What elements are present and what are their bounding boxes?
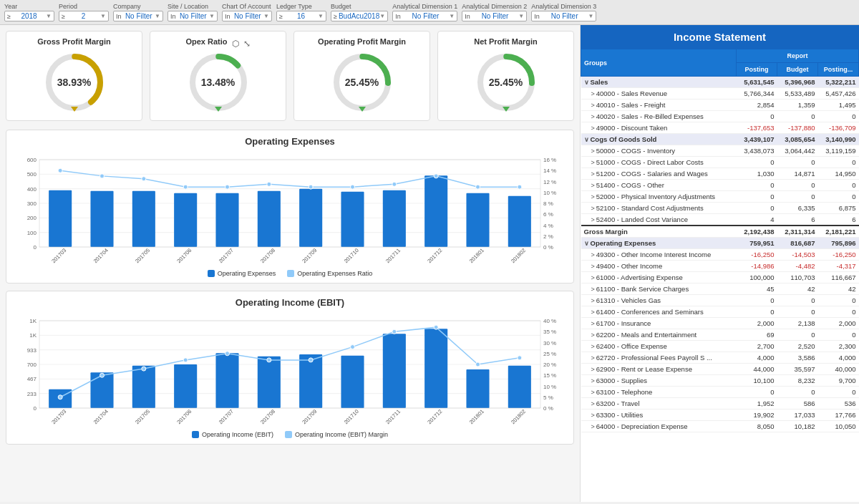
filter-select-3[interactable]: In No Filter ▼ (168, 11, 218, 21)
expand-icon[interactable]: ∨ (584, 240, 589, 247)
is-row-27[interactable]: >63100 - Telephone 0 0 0 (581, 387, 859, 398)
is-cell-c2: 5,396,968 (777, 77, 818, 88)
is-row-29[interactable]: >63300 - Utilities 19,902 17,033 17,766 (581, 410, 859, 421)
expand-icon[interactable]: > (591, 102, 595, 109)
is-row-20[interactable]: >61400 - Conferences and Seminars 0 0 0 (581, 306, 859, 318)
opex-legend-2-label: Operating Expenses Ratio (297, 270, 372, 277)
is-cell-c3: 1,495 (818, 100, 859, 111)
is-cell-c2: 0 (777, 329, 818, 341)
expand-icon[interactable]: > (591, 423, 595, 430)
expand-icon[interactable]: ∨ (584, 136, 589, 143)
expand-icon[interactable]: > (591, 343, 595, 350)
is-row-25[interactable]: >62900 - Rent or Lease Expense 44,000 35… (581, 364, 859, 375)
filter-select-7[interactable]: In No Filter ▼ (392, 11, 457, 21)
is-row-16[interactable]: >49400 - Other Income -14,986 -4,482 -4,… (581, 261, 859, 272)
expand-icon[interactable]: > (591, 274, 595, 281)
expand-icon[interactable]: > (591, 366, 595, 373)
expand-icon[interactable]: > (591, 286, 595, 293)
filter-val-8: No Filter (482, 12, 509, 20)
is-row-1[interactable]: >40000 - Sales Revenue 5,766,344 5,533,4… (581, 88, 859, 100)
is-row-26[interactable]: >63000 - Supplies 10,100 8,232 9,700 (581, 375, 859, 387)
expand-icon[interactable]: > (591, 193, 595, 200)
is-cell-c1: 0 (737, 111, 777, 122)
filter-select-2[interactable]: In No Filter ▼ (113, 11, 163, 21)
filter-label-2: Company (113, 3, 163, 10)
expand-icon[interactable]: > (591, 159, 595, 166)
is-row-18[interactable]: >61100 - Bank Service Charges 45 42 42 (581, 284, 859, 295)
is-row-6[interactable]: >50000 - COGS - Inventory 3,438,073 3,06… (581, 145, 859, 157)
is-row-5[interactable]: ∨Cogs Of Goods Sold 3,439,107 3,085,654 … (581, 134, 859, 145)
is-row-7[interactable]: >51000 - COGS - Direct Labor Costs 0 0 0 (581, 157, 859, 168)
expand-icon[interactable]: > (591, 113, 595, 120)
filter-select-0[interactable]: ≥ 2018 ▼ (4, 11, 54, 21)
svg-rect-44 (424, 175, 447, 247)
is-cell-c3: 14,950 (818, 168, 859, 180)
is-row-15[interactable]: >49300 - Other Income Interest Income -1… (581, 249, 859, 261)
expand-icon[interactable]: > (591, 400, 595, 407)
is-row-10[interactable]: >52000 - Physical Inventory Adjustments … (581, 191, 859, 203)
is-row-22[interactable]: >62200 - Meals and Entertainment 69 0 0 (581, 329, 859, 341)
expand-icon[interactable]: > (591, 320, 595, 327)
is-row-9[interactable]: >51400 - COGS - Other 0 0 0 (581, 180, 859, 191)
is-row-3[interactable]: >40020 - Sales - Re-Billed Expenses 0 0 … (581, 111, 859, 122)
expand-icon[interactable]: ∨ (584, 79, 589, 86)
expand-icon[interactable]: > (591, 125, 595, 132)
expand-icon[interactable]: > (591, 331, 595, 339)
svg-text:201706: 201706 (175, 247, 193, 264)
filter-val-6: BudAcu2018 (339, 12, 379, 20)
expand-icon[interactable]: > (591, 205, 595, 212)
is-row-8[interactable]: >51200 - COGS - Salaries and Wages 1,030… (581, 168, 859, 180)
svg-rect-98 (174, 364, 197, 408)
is-row-19[interactable]: >61310 - Vehicles Gas 0 0 0 (581, 295, 859, 306)
filter-select-4[interactable]: In No Filter ▼ (222, 11, 272, 21)
filter-label-4: Chart Of Account (222, 3, 272, 10)
expand-icon[interactable]: > (591, 263, 595, 270)
filter-company: Company In No Filter ▼ (113, 3, 163, 21)
opex-fullscreen-icon[interactable]: ⤡ (243, 39, 251, 49)
is-row-4[interactable]: >49000 - Discount Taken -137,653 -137,88… (581, 122, 859, 134)
svg-point-108 (100, 373, 105, 377)
filter-period: Period ≥ 2 ▼ (59, 3, 109, 21)
filter-select-5[interactable]: ≥ 16 ▼ (276, 11, 326, 21)
filter-select-6[interactable]: ≥ BudAcu2018 ▼ (331, 11, 388, 21)
expand-icon[interactable]: > (591, 182, 595, 189)
expand-icon[interactable]: > (591, 251, 595, 258)
is-row-14[interactable]: ∨Operating Expenses 759,951 816,687 795,… (581, 238, 859, 249)
expand-icon[interactable]: > (591, 412, 595, 419)
is-cell-c2: 0 (777, 180, 818, 191)
svg-text:25 %: 25 % (543, 351, 556, 357)
is-row-21[interactable]: >61700 - Insurance 2,000 2,138 2,000 (581, 318, 859, 329)
opex-expand-icon[interactable]: ⬡ (232, 39, 239, 49)
expand-icon[interactable]: > (591, 170, 595, 178)
is-row-13[interactable]: Gross Margin 2,192,438 2,311,314 2,181,2… (581, 226, 859, 238)
is-row-24[interactable]: >62720 - Professional Fees Payroll S ...… (581, 352, 859, 364)
is-row-12[interactable]: >52400 - Landed Cost Variance 4 6 6 (581, 214, 859, 226)
is-row-2[interactable]: >40010 - Sales - Freight 2,854 1,359 1,4… (581, 100, 859, 111)
svg-text:201802: 201802 (510, 247, 527, 264)
is-row-28[interactable]: >63200 - Travel 1,952 586 536 (581, 398, 859, 410)
is-row-30[interactable]: >64000 - Depreciation Expense 8,050 10,1… (581, 421, 859, 432)
is-cell-c1: 0 (737, 295, 777, 306)
expand-icon[interactable]: > (591, 297, 595, 304)
svg-text:10 %: 10 % (543, 190, 556, 196)
is-cell-c2: 10,182 (777, 421, 818, 432)
is-cell-c2: 0 (777, 157, 818, 168)
is-cell-c2: 6 (777, 214, 818, 226)
expand-icon[interactable]: > (591, 309, 595, 316)
is-row-23[interactable]: >62400 - Office Expense 2,700 2,520 2,30… (581, 341, 859, 352)
expand-icon[interactable]: > (591, 389, 595, 396)
is-row-17[interactable]: >61000 - Advertising Expense 100,000 110… (581, 272, 859, 284)
expand-icon[interactable]: > (591, 90, 595, 97)
svg-rect-46 (508, 196, 531, 247)
expand-icon[interactable]: > (591, 377, 595, 384)
expand-icon[interactable]: > (591, 216, 595, 223)
is-row-0[interactable]: ∨Sales 5,631,545 5,396,968 5,322,211 (581, 77, 859, 88)
filter-arrow-3: ▼ (209, 13, 215, 19)
filter-arrow-6: ▼ (379, 13, 385, 19)
is-row-11[interactable]: >52100 - Standard Cost Adjustments 0 6,3… (581, 203, 859, 214)
filter-select-9[interactable]: In No Filter ▼ (531, 11, 596, 21)
filter-select-8[interactable]: In No Filter ▼ (462, 11, 527, 21)
expand-icon[interactable]: > (591, 354, 595, 362)
expand-icon[interactable]: > (591, 147, 595, 155)
filter-select-1[interactable]: ≥ 2 ▼ (59, 11, 109, 21)
